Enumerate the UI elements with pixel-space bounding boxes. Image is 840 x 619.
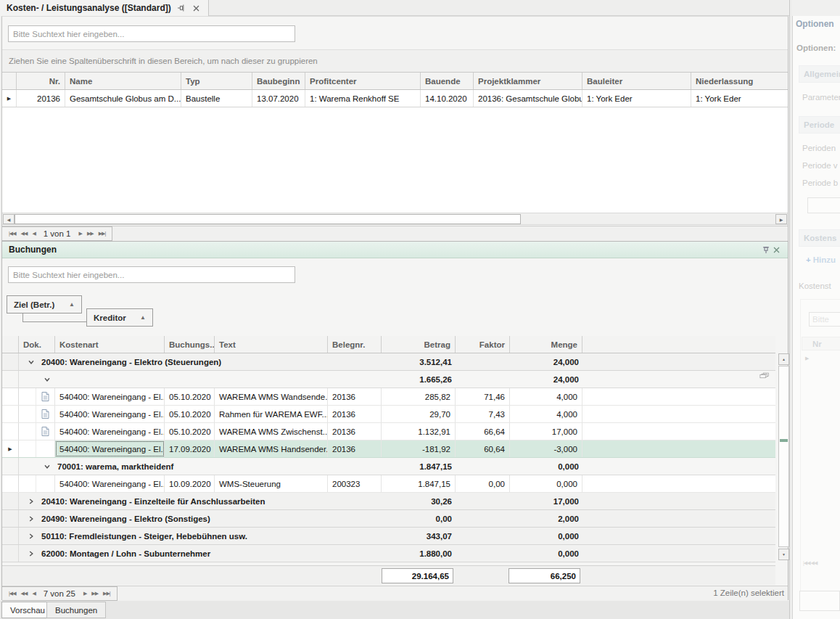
cell-betrag: 1.132,91	[382, 423, 456, 440]
chevron-right-icon[interactable]	[26, 531, 36, 541]
horizontal-scrollbar[interactable]: ◀ ▶	[2, 213, 788, 225]
nav-first-button[interactable]: |◀◀	[9, 231, 16, 237]
vertical-scrollbar[interactable]: ▲ ▼	[778, 353, 789, 560]
booking-row[interactable]: 540400: Wareneingang - El... 05.10.2020 …	[2, 388, 775, 406]
status-bar: |◀◀ ◀◀ ◀ 7 von 25 ▶ ▶▶ ▶▶| 1 Zeile(n) se…	[2, 586, 788, 600]
section-allgemein[interactable]: Allgemein	[799, 65, 840, 83]
chevron-right-icon[interactable]	[26, 549, 36, 559]
group-row[interactable]: 62000: Montagen / Lohn - Subunternehmer …	[2, 545, 775, 562]
document-icon[interactable]	[41, 427, 51, 437]
group-row[interactable]: 20490: Wareneingang - Elektro (Sonstiges…	[2, 510, 775, 528]
group-row[interactable]: 20410: Wareneingang - Einzelteile für An…	[2, 493, 775, 510]
periode-input[interactable]	[807, 197, 840, 213]
pin-icon[interactable]	[176, 3, 186, 13]
column-header-buchungsdatum[interactable]: Buchungs...	[165, 336, 215, 353]
nav-last-button[interactable]: ▶▶|	[103, 591, 110, 597]
analysis-table-row[interactable]: ▶ 20136 Gesamtschule Globus am D... Baus…	[2, 90, 788, 107]
column-header-faktor[interactable]: Faktor	[456, 336, 510, 353]
scroll-right-button[interactable]: ▶	[775, 214, 787, 224]
cell-buchungsdatum: 17.09.2020	[165, 440, 215, 457]
section-periode[interactable]: Periode	[799, 116, 840, 134]
column-header-betrag[interactable]: Betrag	[382, 336, 456, 353]
summary-betrag: 29.164,65	[382, 568, 453, 583]
close-icon[interactable]	[192, 3, 202, 13]
scroll-up-button[interactable]: ▲	[778, 353, 789, 365]
close-icon[interactable]	[771, 245, 781, 255]
pin-icon[interactable]	[761, 245, 771, 255]
column-header-name[interactable]: Name	[65, 73, 181, 89]
cell-menge: 0,000	[510, 475, 582, 492]
nav-next-page-button[interactable]: ▶▶	[91, 591, 98, 597]
column-header-typ[interactable]: Typ	[181, 73, 252, 89]
stacked-sheets-icon[interactable]	[759, 371, 770, 381]
document-icon[interactable]	[41, 392, 51, 402]
cell-menge: 4,000	[510, 388, 582, 405]
group-row[interactable]: 20400: Wareneingang - Elektro (Steuerung…	[2, 353, 775, 371]
chevron-right-icon[interactable]	[26, 514, 36, 524]
booking-row[interactable]: 540400: Wareneingang - El... 05.10.2020 …	[2, 423, 775, 440]
column-header-bauende[interactable]: Bauende	[421, 73, 474, 89]
cell-bauleiter: 1: York Eder	[582, 90, 691, 107]
nav-prev-button[interactable]: ◀	[32, 231, 35, 237]
column-header-niederlassung[interactable]: Niederlassung	[691, 73, 788, 89]
column-header-baubeginn[interactable]: Baubeginn	[252, 73, 305, 89]
booking-row-selected[interactable]: ▶ 540400: Wareneingang - El... 17.09.202…	[2, 440, 775, 458]
mini-record-navigator[interactable]: |◀◀ ◀◀	[803, 560, 817, 566]
search-input[interactable]	[8, 266, 295, 283]
nav-prev-page-button[interactable]: ◀◀	[21, 591, 28, 597]
search-input[interactable]	[8, 25, 295, 42]
chevron-down-icon[interactable]	[42, 462, 52, 472]
tab-buchungen[interactable]: Buchungen	[46, 602, 106, 618]
sidebar-bottom-input[interactable]	[799, 591, 840, 611]
group-sum-menge: 24,000	[510, 353, 579, 370]
cell-menge: -3,000	[510, 440, 582, 457]
column-header-text[interactable]: Text	[215, 336, 328, 353]
add-link[interactable]: +Hinzu	[806, 255, 836, 264]
column-header-nr[interactable]: Nr.	[17, 73, 65, 89]
column-header-menge[interactable]: Menge	[510, 336, 582, 353]
group-pill-kreditor[interactable]: Kreditor ▲	[86, 308, 153, 327]
cell-buchungsdatum: 05.10.2020	[165, 388, 215, 405]
sidebar-tab-optionen[interactable]: Optionen	[796, 19, 834, 29]
label-periode-bis: Periode b	[802, 179, 838, 187]
chevron-down-icon[interactable]	[42, 374, 52, 385]
mini-search-input[interactable]: Bitte	[809, 312, 840, 327]
column-header-kostenart[interactable]: Kostenart	[55, 336, 165, 353]
scroll-left-icon: ◀	[7, 217, 11, 222]
nav-next-page-button[interactable]: ▶▶	[87, 231, 94, 237]
group-row[interactable]: 50110: Fremdleistungen - Steiger, Hebebü…	[2, 528, 775, 545]
nav-next-button[interactable]: ▶	[83, 591, 86, 597]
group-row-label: 20490: Wareneingang - Elektro (Sonstiges…	[41, 515, 210, 523]
booking-row[interactable]: 540400: Wareneingang - El... 05.10.2020 …	[2, 406, 775, 423]
tab-kosten-leistungsanalyse[interactable]: Kosten- / Leistungsanalyse ([Standard])	[0, 0, 209, 16]
nav-last-button[interactable]: ▶▶|	[99, 231, 106, 237]
document-icon[interactable]	[41, 409, 51, 419]
group-sum-betrag: 30,26	[382, 493, 452, 509]
vertical-scrollbar-track[interactable]	[778, 366, 789, 547]
scroll-down-button[interactable]: ▼	[778, 549, 789, 560]
section-kostenstellen[interactable]: Kostens	[799, 229, 840, 247]
nav-first-button[interactable]: |◀◀	[9, 591, 16, 597]
column-header-projektklammer[interactable]: Projektklammer	[474, 73, 582, 89]
cell-buchungsdatum: 05.10.2020	[165, 423, 215, 440]
label-parameter: Parameter	[802, 93, 840, 102]
mini-column-header-nr[interactable]: Nr	[802, 337, 840, 351]
nav-prev-page-button[interactable]: ◀◀	[21, 231, 28, 237]
booking-row[interactable]: 540400: Wareneingang - El... 10.09.2020 …	[2, 475, 775, 493]
nav-prev-button[interactable]: ◀	[32, 591, 35, 597]
group-sum-betrag: 1.847,15	[382, 458, 452, 475]
nav-next-button[interactable]: ▶	[79, 231, 82, 237]
group-pill-label: Ziel (Betr.)	[14, 300, 54, 309]
column-header-bauleiter[interactable]: Bauleiter	[582, 73, 691, 89]
group-row[interactable]: 70001: warema, marktheidenf 1.847,15 0,0…	[2, 458, 775, 475]
column-header-belegnr[interactable]: Belegnr.	[328, 336, 382, 353]
horizontal-scrollbar-thumb[interactable]	[15, 214, 521, 224]
scroll-left-button[interactable]: ◀	[3, 214, 15, 224]
group-pill-ziel[interactable]: Ziel (Betr.) ▲	[7, 295, 82, 313]
chevron-right-icon[interactable]	[26, 496, 36, 507]
column-header-dok[interactable]: Dok.	[19, 336, 55, 353]
group-pill-label: Kreditor	[94, 313, 126, 322]
chevron-down-icon[interactable]	[26, 357, 36, 367]
column-header-profitcenter[interactable]: Profitcenter	[305, 73, 421, 89]
group-row[interactable]: 1.665,26 24,000	[2, 371, 775, 388]
